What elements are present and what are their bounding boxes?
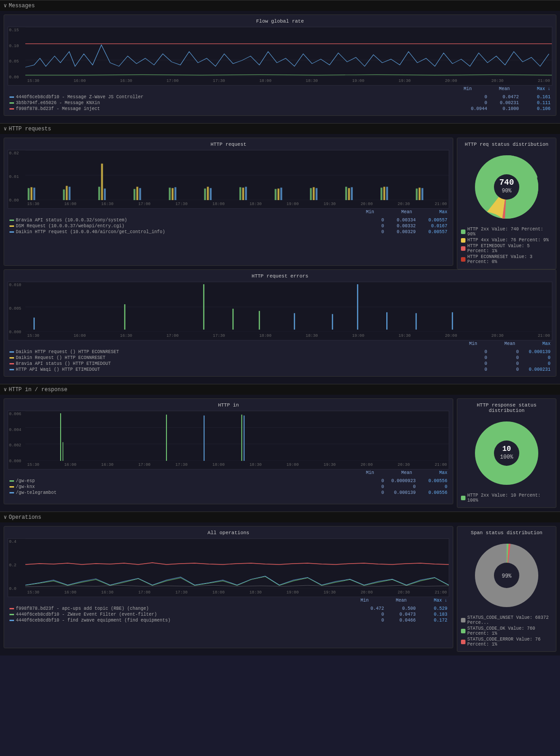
http-requests-chevron: ∨ [4,125,7,132]
messages-header[interactable]: ∨ Messages [0,0,560,11]
http-request-row: HTTP request 0.02 0.01 0.00 [4,138,556,269]
http-in-response-content: HTTP in 0.006 0.004 0.002 0.000 [0,395,560,512]
svg-text:100%: 100% [500,454,514,460]
svg-rect-11 [133,189,135,200]
legend-row: /gw-knx 0 0 0 [8,484,449,490]
svg-rect-9 [63,189,65,200]
svg-text:99%: 99% [502,573,512,579]
http-err-svg [25,282,552,332]
http-response-pie-legend: HTTP 2xx Value: 10 Percent: 100% [461,493,552,504]
span-status-pie-legend: STATUS_CODE_UNSET Value: 68372 Perce... … [461,615,552,648]
http-in-response-header[interactable]: ∨ HTTP in / response [0,384,560,395]
legend-row: Daikin HTTP request (10.0.0.40/aircon/ge… [8,229,449,235]
all-operations-title: All operations [8,530,449,536]
flow-global-rate-panel: Flow global rate 0.15 0.10 0.05 0.00 [4,14,556,116]
legend-row: 4440f6ceb8cdbf10 - ZWave Event Filter (e… [8,612,449,617]
http-request-errors-chart: 0.010 0.005 0.000 [8,282,552,340]
legend-row: f998f878.bd23f - apc-ups add topic (RBE)… [8,606,449,612]
http-in-col-headers: Min Mean Max [8,470,449,475]
flow-col-headers: Min Mean Max ↓ [8,86,552,91]
svg-rect-15 [275,189,276,200]
span-status-pie-title: Span status distribution [471,530,542,536]
svg-rect-19 [416,188,418,200]
flow-chart-inner [25,27,552,77]
svg-rect-27 [277,188,279,200]
legend-row: 4440f6ceb8cdbf10 - find zwave equipment … [8,617,449,623]
messages-chevron: ∨ [4,2,7,9]
svg-rect-16 [310,188,312,200]
http-req-legend: Bravia API status (10.0.0.32/sony/system… [8,217,449,235]
http-req-pie-panel: HTTP req status distribution [457,138,556,269]
http-in-chart: 0.006 0.004 0.002 0.000 [8,411,449,469]
svg-rect-28 [313,187,314,200]
legend-row: Daikin Request () HTTP ECONNRESET 0 0 0 [8,355,552,361]
svg-rect-21 [66,186,67,200]
svg-rect-32 [33,188,35,201]
svg-rect-40 [316,188,318,200]
messages-section: ∨ Messages Flow global rate 0.15 0.10 0.… [0,0,560,123]
flow-global-rate-chart: 0.15 0.10 0.05 0.00 [8,27,552,86]
svg-rect-18 [380,188,382,201]
ops-chart-inner [25,539,449,589]
svg-rect-23 [136,187,138,200]
http-in-chevron: ∨ [4,386,7,393]
svg-rect-20 [30,187,32,200]
svg-rect-35 [139,188,141,200]
messages-content: Flow global rate 0.15 0.10 0.05 0.00 [0,11,560,123]
http-in-row: HTTP in 0.006 0.004 0.002 0.000 [4,398,556,508]
http-err-col-headers: Min Mean Max [8,341,552,346]
http-request-title: HTTP request [8,142,449,147]
http-err-x-axis: 15:30 16:00 16:30 17:00 17:30 18:00 18:3… [25,332,552,340]
span-status-pie-panel: Span status distribution 99% STATUS_CODE… [457,526,556,652]
svg-rect-41 [351,187,353,200]
operations-section: ∨ Operations All operations 0.4 0.2 0.0 [0,512,560,656]
operations-header[interactable]: ∨ Operations [0,512,560,522]
http-in-chart-inner [25,411,449,461]
ops-legend: f998f878.bd23f - apc-ups add topic (RBE)… [8,606,449,623]
http-request-errors-title: HTTP request errors [8,273,552,279]
http-req-y-axis: 0.02 0.01 0.00 [8,150,25,208]
http-requests-header[interactable]: ∨ HTTP requests [0,123,560,134]
svg-rect-24 [171,188,173,200]
svg-rect-39 [280,188,282,201]
legend-row: Bravia API status (10.0.0.32/sony/system… [8,217,449,223]
http-requests-content: HTTP request 0.02 0.01 0.00 [0,134,560,384]
svg-rect-34 [104,188,106,200]
svg-rect-12 [169,188,171,201]
http-request-errors-panel: HTTP request errors 0.010 0.005 0.000 [4,269,556,377]
http-req-x-axis: 15:30 16:00 16:30 17:00 17:30 18:00 18:3… [25,200,449,208]
http-req-pie-svg: 740 90% [470,151,543,223]
svg-rect-22 [101,163,103,200]
http-in-x-axis: 15:30 16:00 16:30 17:00 17:30 18:00 18:3… [25,461,449,469]
operations-label: Operations [9,514,41,521]
svg-rect-10 [98,187,100,200]
svg-rect-30 [383,187,385,200]
http-requests-section: ∨ HTTP requests HTTP request 0.02 0.01 0… [0,123,560,384]
http-response-pie-title: HTTP response status distribution [461,402,552,413]
svg-rect-38 [245,187,247,200]
flow-global-rate-title: Flow global rate [8,19,552,24]
svg-rect-25 [207,187,209,200]
operations-chevron: ∨ [4,514,7,521]
svg-text:740: 740 [499,178,514,187]
legend-row: /gw-telegrambot 0 0.000139 0.00556 [8,490,449,496]
legend-row: Daikin HTTP request () HTTP ECONNRESET 0… [8,349,552,355]
svg-rect-33 [69,187,71,200]
http-in-panel: HTTP in 0.006 0.004 0.002 0.000 [4,398,453,504]
legend-row: 4440f6ceb8cdbf10 - Message Z-Wave JS Con… [8,94,552,100]
svg-rect-26 [242,188,244,201]
svg-rect-8 [28,188,29,200]
http-request-panel: HTTP request 0.02 0.01 0.00 [4,138,453,266]
svg-point-73 [494,440,519,466]
flow-legend: 4440f6ceb8cdbf10 - Message Z-Wave JS Con… [8,94,552,112]
http-request-chart: 0.02 0.01 0.00 [8,150,449,209]
svg-rect-29 [348,188,350,200]
legend-row: /gw-esp 0 0.0000923 0.00556 [8,478,449,484]
messages-label: Messages [9,3,35,9]
http-err-chart-inner [25,282,552,332]
ops-x-axis: 15:30 16:00 16:30 17:00 17:30 18:00 18:3… [25,589,449,597]
flow-y-axis: 0.15 0.10 0.05 0.00 [8,27,25,85]
http-requests-label: HTTP requests [9,126,51,132]
legend-row: HTTP API Waqi () HTTP ETIMEDOUT 0 0 0.00… [8,367,552,373]
http-response-pie-svg: 10 100% [470,417,543,489]
